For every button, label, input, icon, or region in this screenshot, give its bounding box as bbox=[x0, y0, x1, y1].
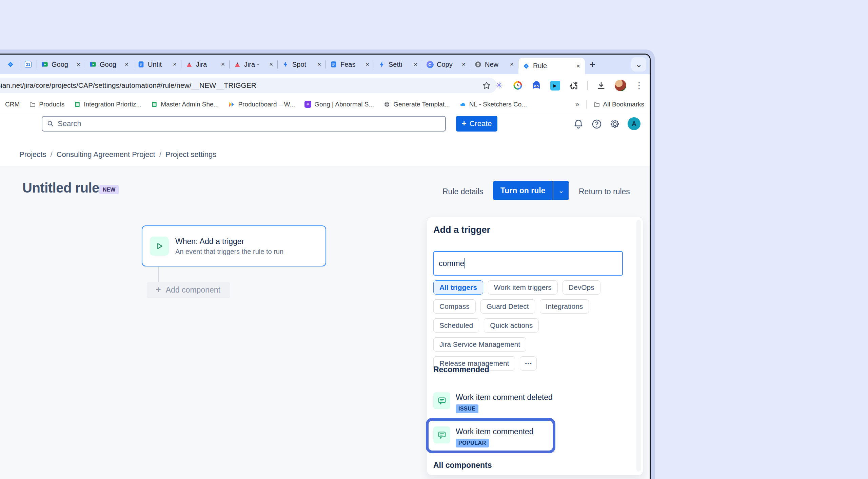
tab-close-icon[interactable]: × bbox=[461, 61, 466, 68]
more-categories-chip[interactable]: ⋯ bbox=[520, 356, 537, 371]
breadcrumb-project-settings[interactable]: Project settings bbox=[165, 150, 216, 159]
tab-close-icon[interactable]: × bbox=[76, 61, 81, 68]
notifications-bell-icon[interactable] bbox=[573, 118, 584, 130]
downloads-icon[interactable] bbox=[596, 80, 606, 91]
actions-divider bbox=[569, 183, 569, 198]
flow-connector-line bbox=[158, 266, 159, 282]
chip-work-item-triggers[interactable]: Work item triggers bbox=[488, 280, 558, 295]
rule-canvas: Untitled rule NEW Rule details Turn on r… bbox=[0, 166, 650, 479]
tab-rule[interactable]: Rule× bbox=[518, 58, 585, 74]
address-bar[interactable]: ssian.net/jira/core/projects/CAP/setting… bbox=[0, 78, 497, 93]
trigger-play-icon bbox=[150, 237, 169, 256]
tab-close-icon[interactable]: × bbox=[365, 61, 370, 68]
chip-quick-actions[interactable]: Quick actions bbox=[484, 318, 539, 333]
bookmark-generate-templat-[interactable]: Generate Templat... bbox=[383, 101, 450, 108]
chip-all-triggers[interactable]: All triggers bbox=[433, 280, 483, 295]
chip-integrations[interactable]: Integrations bbox=[540, 299, 589, 314]
trigger-option-badge: POPULAR bbox=[456, 439, 489, 447]
tab-new[interactable]: New× bbox=[470, 55, 518, 74]
bookmark-label: Master Admin She... bbox=[161, 101, 219, 108]
user-avatar[interactable]: A bbox=[628, 117, 640, 130]
panel-heading: Add a trigger bbox=[433, 225, 490, 235]
return-to-rules-button[interactable]: Return to rules bbox=[579, 187, 630, 196]
tab-setti[interactable]: Setti× bbox=[374, 55, 422, 74]
claude-icon: C bbox=[426, 61, 434, 68]
breadcrumb-projects[interactable]: Projects bbox=[19, 150, 46, 159]
breadcrumb: Projects/Consulting Agreement Project/Pr… bbox=[19, 150, 216, 159]
settings-gear-icon[interactable] bbox=[609, 118, 620, 130]
turn-on-rule-chevron-icon[interactable]: ⌄ bbox=[553, 181, 569, 200]
breadcrumb-consulting-agreement-project[interactable]: Consulting Agreement Project bbox=[57, 150, 155, 159]
bookmark-label: Products bbox=[39, 101, 64, 108]
help-icon[interactable] bbox=[591, 118, 603, 130]
cloud-icon bbox=[459, 101, 466, 108]
trigger-card-subtitle: An event that triggers the rule to run bbox=[175, 248, 283, 256]
tab-jira[interactable] bbox=[2, 55, 19, 74]
add-component-label: Add component bbox=[166, 285, 220, 295]
create-button[interactable]: + Create bbox=[456, 116, 497, 132]
tab-close-icon[interactable]: × bbox=[509, 61, 514, 68]
tab-close-icon[interactable]: × bbox=[317, 61, 322, 68]
trigger-search-input[interactable]: comme bbox=[433, 251, 623, 276]
global-search-input[interactable]: Search bbox=[42, 116, 446, 132]
bookmark-productboard-w-[interactable]: Productboard – W... bbox=[228, 101, 295, 108]
chip-devops[interactable]: DevOps bbox=[563, 280, 600, 295]
tab-spot[interactable]: Spot× bbox=[278, 55, 326, 74]
tab-copy[interactable]: CCopy× bbox=[422, 55, 470, 74]
browser-menu-icon[interactable]: ⋮ bbox=[635, 80, 644, 91]
tab-goog[interactable]: Goog× bbox=[85, 55, 133, 74]
browser-profile-avatar[interactable] bbox=[615, 80, 626, 91]
bookmark-gong-abnormal-s-[interactable]: ✳Gong | Abnormal S... bbox=[304, 101, 374, 108]
bookmark-crm[interactable]: CRM bbox=[5, 101, 20, 108]
tab-label: New bbox=[485, 61, 506, 68]
tab-close-icon[interactable]: × bbox=[172, 61, 177, 68]
bookmark-integration-priortiz-[interactable]: Integration Priortiz... bbox=[74, 101, 141, 108]
chrome-icon bbox=[474, 61, 482, 68]
chip-jira-service-management[interactable]: Jira Service Management bbox=[433, 337, 526, 352]
tab-feas[interactable]: Feas× bbox=[326, 55, 374, 74]
chip-guard-detect[interactable]: Guard Detect bbox=[480, 299, 535, 314]
bookmark-products[interactable]: Products bbox=[29, 101, 64, 108]
extension-starburst-icon[interactable]: ✳ bbox=[494, 80, 504, 91]
extensions-puzzle-icon[interactable] bbox=[569, 80, 579, 91]
tab-search-chevron-button[interactable]: ⌄ bbox=[631, 57, 646, 72]
turn-on-rule-button[interactable]: Turn on rule ⌄ bbox=[493, 181, 569, 200]
bookmarks-overflow-chevron-icon[interactable]: » bbox=[575, 100, 579, 109]
chip-scheduled[interactable]: Scheduled bbox=[433, 318, 479, 333]
bookmark-star-icon[interactable] bbox=[482, 81, 491, 92]
tab-label: Feas bbox=[340, 61, 362, 68]
tab-jira-[interactable]: Jira -× bbox=[230, 55, 278, 74]
tab-jira[interactable]: Jira× bbox=[181, 55, 230, 74]
tab-untit[interactable]: Untit× bbox=[133, 55, 181, 74]
extension-clock-icon[interactable] bbox=[513, 80, 523, 91]
tab-close-icon[interactable]: × bbox=[220, 61, 225, 68]
folder-icon bbox=[29, 101, 36, 108]
trigger-option-work-item-commented[interactable]: Work item commentedPOPULAR bbox=[433, 426, 534, 447]
meet-icon bbox=[41, 61, 48, 68]
bookmark-label: Generate Templat... bbox=[393, 101, 450, 108]
tab-close-icon[interactable]: × bbox=[124, 61, 129, 68]
all-bookmarks-button[interactable]: All Bookmarks bbox=[593, 101, 644, 108]
trigger-placeholder-card[interactable]: When: Add a trigger An event that trigge… bbox=[142, 225, 326, 266]
tab-close-icon[interactable]: × bbox=[269, 61, 274, 68]
tab-close-icon[interactable]: × bbox=[413, 61, 418, 68]
tab-calendar[interactable]: 21 bbox=[19, 55, 37, 74]
extension-play-icon[interactable]: ▶ bbox=[550, 80, 560, 91]
plus-icon: + bbox=[156, 284, 161, 295]
bookmark-master-admin-she-[interactable]: Master Admin She... bbox=[151, 101, 219, 108]
add-component-button[interactable]: + Add component bbox=[147, 282, 230, 298]
tab-close-icon[interactable]: × bbox=[576, 62, 581, 70]
turn-on-rule-label[interactable]: Turn on rule bbox=[493, 181, 553, 200]
tab-label: Untit bbox=[148, 61, 169, 68]
rule-details-button[interactable]: Rule details bbox=[442, 187, 483, 196]
add-trigger-panel: Add a trigger comme All triggersWork ite… bbox=[427, 217, 643, 475]
chip-compass[interactable]: Compass bbox=[433, 299, 476, 314]
trigger-option-work-item-comment-deleted[interactable]: Work item comment deletedISSUE bbox=[433, 392, 553, 413]
extension-mascot-icon[interactable] bbox=[531, 80, 541, 91]
tab-goog[interactable]: Goog× bbox=[37, 55, 85, 74]
new-tab-button[interactable]: + bbox=[585, 57, 600, 72]
jira-icon bbox=[7, 61, 14, 68]
productboard-icon bbox=[228, 101, 235, 108]
bookmark-nl-sketchers-co-[interactable]: NL - Sketchers Co... bbox=[459, 101, 527, 108]
panel-scrollbar[interactable] bbox=[636, 220, 641, 472]
